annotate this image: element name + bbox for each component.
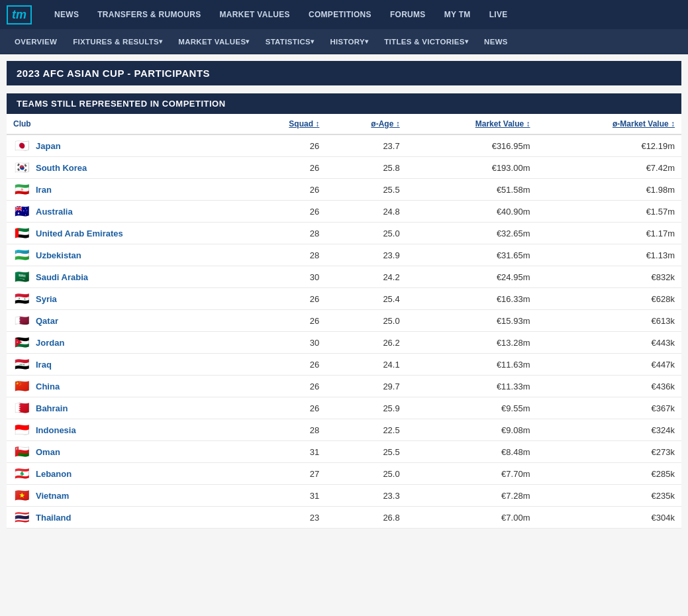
country-flag: 🇱🇧 — [13, 468, 30, 480]
club-link[interactable]: Qatar — [36, 316, 58, 326]
club-link[interactable]: Indonesia — [36, 425, 76, 435]
cell-avg-market-value: €628k — [536, 288, 681, 310]
subnav-titles[interactable]: TITLES & VICTORIES — [376, 29, 476, 54]
cell-age: 25.8 — [326, 157, 406, 179]
cell-avg-market-value: €443k — [536, 332, 681, 354]
club-link[interactable]: Iran — [36, 185, 52, 195]
subnav-overview[interactable]: OVERVIEW — [7, 29, 65, 54]
club-link[interactable]: Japan — [36, 141, 61, 151]
cell-club: 🇮🇩 Indonesia — [7, 419, 242, 441]
club-link[interactable]: Uzbekistan — [36, 250, 81, 260]
country-flag: 🇯🇵 — [13, 140, 30, 152]
cell-market-value: €8.48m — [407, 441, 537, 463]
table-header-row: Club Squad ↕ ø-Age ↕ Market Value ↕ ø-Ma… — [7, 114, 681, 134]
club-link[interactable]: Bahrain — [36, 403, 68, 413]
cell-squad: 26 — [242, 354, 326, 376]
nav-my-tm[interactable]: MY TM — [435, 0, 480, 29]
club-link[interactable]: United Arab Emirates — [36, 229, 123, 238]
club-link[interactable]: Oman — [36, 447, 60, 457]
cell-club: 🇨🇳 China — [7, 376, 242, 397]
subnav-market-values[interactable]: MARKET VALUES — [170, 29, 257, 54]
club-link[interactable]: China — [36, 382, 60, 391]
cell-club: 🇸🇾 Syria — [7, 288, 242, 310]
section-header: TEAMS STILL REPRESENTED IN COMPETITION — [7, 93, 681, 114]
club-link[interactable]: Saudi Arabia — [36, 272, 88, 282]
country-flag: 🇴🇲 — [13, 446, 30, 458]
cell-age: 25.4 — [326, 288, 406, 310]
club-link[interactable]: Vietnam — [36, 491, 69, 501]
col-club[interactable]: Club — [7, 114, 242, 134]
club-link[interactable]: Australia — [36, 207, 73, 217]
col-avg-market-value[interactable]: ø-Market Value ↕ — [536, 114, 681, 134]
cell-market-value: €193.00m — [407, 157, 537, 179]
cell-club: 🇺🇿 Uzbekistan — [7, 244, 242, 266]
cell-squad: 31 — [242, 485, 326, 507]
cell-avg-market-value: €367k — [536, 397, 681, 419]
nav-transfers[interactable]: TRANSFERS & RUMOURS — [88, 0, 210, 29]
site-logo[interactable]: tm — [7, 5, 32, 25]
cell-squad: 27 — [242, 463, 326, 485]
cell-market-value: €7.28m — [407, 485, 537, 507]
subnav-history[interactable]: HISTORY — [322, 29, 376, 54]
club-link[interactable]: Jordan — [36, 338, 64, 348]
country-flag: 🇦🇪 — [13, 227, 30, 239]
club-link[interactable]: Syria — [36, 294, 57, 304]
nav-live[interactable]: LIVE — [480, 0, 517, 29]
country-flag: 🇻🇳 — [13, 489, 30, 501]
table-row: 🇯🇴 Jordan 3026.2€13.28m€443k — [7, 332, 681, 354]
cell-squad: 28 — [242, 244, 326, 266]
country-flag: 🇸🇦 — [13, 271, 30, 283]
club-link[interactable]: Thailand — [36, 513, 71, 523]
cell-age: 23.3 — [326, 485, 406, 507]
subnav-statistics[interactable]: STATISTICS — [258, 29, 322, 54]
club-link[interactable]: Iraq — [36, 360, 52, 370]
cell-squad: 26 — [242, 134, 326, 157]
cell-age: 29.7 — [326, 376, 406, 397]
cell-avg-market-value: €613k — [536, 310, 681, 332]
cell-market-value: €9.55m — [407, 397, 537, 419]
cell-age: 26.2 — [326, 332, 406, 354]
cell-age: 24.1 — [326, 354, 406, 376]
nav-forums[interactable]: FORUMS — [381, 0, 435, 29]
cell-market-value: €316.95m — [407, 134, 537, 157]
cell-market-value: €7.70m — [407, 463, 537, 485]
table-row: 🇨🇳 China 2629.7€11.33m€436k — [7, 376, 681, 397]
cell-club: 🇦🇺 Australia — [7, 201, 242, 223]
cell-market-value: €40.90m — [407, 201, 537, 223]
cell-avg-market-value: €832k — [536, 266, 681, 288]
cell-club: 🇧🇭 Bahrain — [7, 397, 242, 419]
cell-club: 🇸🇦 Saudi Arabia — [7, 266, 242, 288]
cell-market-value: €51.58m — [407, 179, 537, 201]
nav-competitions[interactable]: COMPETITIONS — [299, 0, 381, 29]
cell-avg-market-value: €1.98m — [536, 179, 681, 201]
nav-market-values[interactable]: MARKET VALUES — [211, 0, 299, 29]
cell-avg-market-value: €7.42m — [536, 157, 681, 179]
country-flag: 🇹🇭 — [13, 511, 30, 523]
cell-squad: 26 — [242, 157, 326, 179]
table-row: 🇺🇿 Uzbekistan 2823.9€31.65m€1.13m — [7, 244, 681, 266]
col-squad[interactable]: Squad ↕ — [242, 114, 326, 134]
cell-avg-market-value: €235k — [536, 485, 681, 507]
table-row: 🇱🇧 Lebanon 2725.0€7.70m€285k — [7, 463, 681, 485]
country-flag: 🇯🇴 — [13, 336, 30, 348]
country-flag: 🇸🇾 — [13, 293, 30, 305]
table-row: 🇮🇩 Indonesia 2822.5€9.08m€324k — [7, 419, 681, 441]
cell-squad: 23 — [242, 507, 326, 529]
table-row: 🇮🇷 Iran 2625.5€51.58m€1.98m — [7, 179, 681, 201]
nav-news[interactable]: NEWS — [45, 0, 88, 29]
cell-squad: 26 — [242, 179, 326, 201]
col-market-value[interactable]: Market Value ↕ — [407, 114, 537, 134]
table-row: 🇴🇲 Oman 3125.5€8.48m€273k — [7, 441, 681, 463]
table-row: 🇸🇾 Syria 2625.4€16.33m€628k — [7, 288, 681, 310]
subnav-fixtures[interactable]: FIXTURES & RESULTS — [65, 29, 170, 54]
cell-squad: 26 — [242, 288, 326, 310]
cell-club: 🇱🇧 Lebanon — [7, 463, 242, 485]
club-link[interactable]: Lebanon — [36, 469, 72, 479]
page-content: 2023 AFC ASIAN CUP - PARTICIPANTS TEAMS … — [0, 54, 688, 535]
col-age[interactable]: ø-Age ↕ — [326, 114, 406, 134]
table-row: 🇦🇪 United Arab Emirates 2825.0€32.65m€1.… — [7, 223, 681, 244]
cell-squad: 26 — [242, 201, 326, 223]
cell-market-value: €13.28m — [407, 332, 537, 354]
subnav-news[interactable]: NEWS — [476, 29, 516, 54]
club-link[interactable]: South Korea — [36, 163, 87, 173]
